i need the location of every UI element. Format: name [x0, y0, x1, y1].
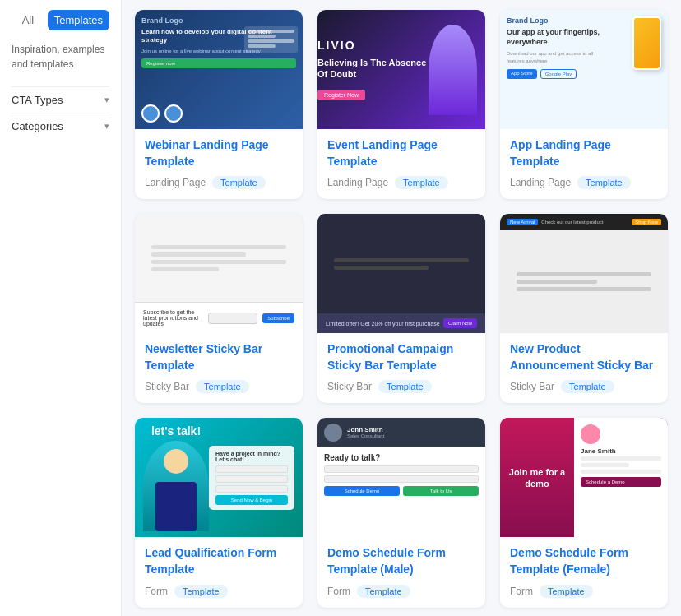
promo-bar-text: Limited offer! Get 20% off your first pu…	[326, 321, 440, 327]
card-badge: Template	[540, 585, 593, 598]
demo-field-1	[324, 465, 479, 473]
newsletter-thumbnail-preview: Subscribe to get the latest promotions a…	[135, 214, 303, 333]
card-badge: Template	[577, 176, 631, 189]
event-title: Believing Is The Absence Of Doubt	[317, 57, 429, 81]
newsletter-bar-text: Subscribe to get the latest promotions a…	[143, 309, 203, 327]
np-line-2	[517, 280, 597, 284]
thumb-register-btn: Register now	[141, 58, 296, 68]
promo-line-1	[334, 258, 468, 262]
app-store-btn: App Store	[507, 69, 537, 79]
demo-field-2	[324, 475, 479, 483]
main-content: Brand Logo Learn how to develop your dig…	[122, 0, 681, 616]
app-subtext: Download our app and get access to all f…	[507, 50, 612, 64]
card-lead-form[interactable]: let's talk! Have a project in mind? Let'…	[135, 418, 303, 607]
card-badge: Template	[395, 176, 448, 189]
card-title: Webinar Landing Page Template	[145, 137, 293, 169]
card-body: New Product Announcement Sticky Bar Stic…	[500, 333, 668, 403]
card-newsletter-sticky[interactable]: Subscribe to get the latest promotions a…	[135, 214, 303, 403]
card-meta: Form Template	[510, 585, 658, 598]
newprod-page-area	[500, 230, 668, 333]
card-demo-male[interactable]: John Smith Sales Consultant Ready to tal…	[317, 418, 485, 607]
newprod-top-bar: New Arrival Check out our latest product…	[500, 214, 668, 230]
promo-cta-btn: Claim Now	[443, 318, 477, 328]
demo-male-name: John Smith	[347, 426, 384, 433]
card-thumbnail: let's talk! Have a project in mind? Let'…	[135, 418, 303, 537]
content-line-1	[151, 245, 285, 249]
content-line-3	[151, 260, 285, 264]
card-title: New Product Announcement Sticky Bar	[510, 341, 658, 373]
card-meta: Sticky Bar Template	[510, 380, 658, 393]
card-demo-female[interactable]: Join me for a demo Jane Smith Schedule a…	[500, 418, 668, 607]
card-meta: Landing Page Template	[145, 176, 293, 189]
demo-female-submit-btn: Schedule a Demo	[581, 477, 661, 487]
card-body: Newsletter Sticky Bar Template Sticky Ba…	[135, 333, 303, 403]
card-title: Demo Schedule Form Template (Male)	[327, 545, 475, 577]
app-right-content	[612, 16, 661, 123]
lead-field-phone	[215, 485, 288, 493]
card-badge: Template	[196, 380, 249, 393]
card-category: Form	[327, 586, 350, 597]
lead-person-area: let's talk!	[143, 424, 209, 531]
card-newprod-sticky[interactable]: New Arrival Check out our latest product…	[500, 214, 668, 403]
card-thumbnail: Subscribe to get the latest promotions a…	[135, 214, 303, 333]
promo-thumbnail-preview: Limited offer! Get 20% off your first pu…	[317, 214, 485, 333]
demo-female-avatar	[581, 424, 600, 444]
newprod-bar-text: Check out our latest product	[541, 220, 628, 225]
card-promo-sticky[interactable]: Limited offer! Get 20% off your first pu…	[317, 214, 485, 403]
categories-filter[interactable]: Categories ▾	[12, 113, 109, 139]
card-category: Sticky Bar	[510, 381, 554, 392]
shop-now-btn: Shop Now	[632, 219, 661, 225]
card-category: Sticky Bar	[145, 381, 189, 392]
card-category: Form	[145, 586, 168, 597]
demo-male-body: Ready to talk? Schedule Demo Talk to Us	[317, 447, 485, 537]
card-thumbnail: Brand Logo Learn how to develop your dig…	[135, 10, 303, 129]
card-body: Webinar Landing Page Template Landing Pa…	[135, 129, 303, 199]
demo-male-form-title: Ready to talk?	[324, 453, 479, 462]
demo-female-join-text: Join me for a demo	[507, 466, 568, 490]
card-badge: Template	[357, 585, 410, 598]
app-headline: Our app at your fingertips, everywhere	[507, 28, 612, 47]
demo-male-header: John Smith Sales Consultant	[317, 418, 485, 447]
newsletter-subscribe-btn: Subscribe	[262, 313, 294, 323]
all-toggle-button[interactable]: All	[12, 10, 44, 30]
app-layout: All Templates Inspiration, examples and …	[0, 0, 681, 616]
promo-line-2	[334, 266, 428, 270]
card-thumbnail: John Smith Sales Consultant Ready to tal…	[317, 418, 485, 537]
promo-sticky-bar: Limited offer! Get 20% off your first pu…	[317, 313, 485, 333]
card-webinar-landing[interactable]: Brand Logo Learn how to develop your dig…	[135, 10, 303, 199]
lead-thumbnail-preview: let's talk! Have a project in mind? Let'…	[135, 418, 303, 537]
speaker-avatar-1	[141, 104, 160, 123]
card-meta: Landing Page Template	[510, 176, 658, 189]
app-thumbnail-preview: Brand Logo Our app at your fingertips, e…	[500, 10, 668, 129]
card-body: Lead Qualification Form Template Form Te…	[135, 537, 303, 607]
card-body: Promotional Campaign Sticky Bar Template…	[317, 333, 485, 403]
card-title: Newsletter Sticky Bar Template	[145, 341, 293, 373]
lead-form-widget: Have a project in mind? Let's chat! Send…	[209, 446, 294, 510]
np-line-3	[517, 287, 651, 291]
card-body: Demo Schedule Form Template (Male) Form …	[317, 537, 485, 607]
newsletter-email-input	[208, 313, 257, 324]
templates-toggle-button[interactable]: Templates	[48, 10, 109, 30]
lead-submit-btn: Send Now & Begin	[215, 495, 288, 505]
newsletter-sticky-bar: Subscribe to get the latest promotions a…	[135, 302, 303, 333]
card-thumbnail: Brand Logo Our app at your fingertips, e…	[500, 10, 668, 129]
card-meta: Form Template	[145, 585, 293, 598]
card-thumbnail: New Arrival Check out our latest product…	[500, 214, 668, 333]
card-app-landing[interactable]: Brand Logo Our app at your fingertips, e…	[500, 10, 668, 199]
df-line-3	[581, 470, 661, 474]
google-play-btn: Google Play	[540, 69, 577, 79]
demo-female-right: Jane Smith Schedule a Demo	[574, 418, 668, 537]
phone-mockup	[632, 16, 661, 70]
app-buttons: App Store Google Play	[507, 69, 612, 79]
sidebar: All Templates Inspiration, examples and …	[0, 0, 122, 616]
cta-types-chevron-icon: ▾	[104, 95, 109, 105]
card-badge: Template	[174, 585, 228, 598]
demo-male-name-block: John Smith Sales Consultant	[347, 426, 384, 438]
person-silhouette	[429, 25, 477, 115]
card-event-landing[interactable]: LIVIO Believing Is The Absence Of Doubt …	[317, 10, 485, 199]
toggle-group: All Templates	[12, 10, 109, 30]
lead-form-title: Have a project in mind? Let's chat!	[215, 451, 288, 462]
categories-label: Categories	[12, 120, 63, 132]
cta-types-filter[interactable]: CTA Types ▾	[12, 86, 109, 113]
demo-female-thumbnail-preview: Join me for a demo Jane Smith Schedule a…	[500, 418, 668, 537]
